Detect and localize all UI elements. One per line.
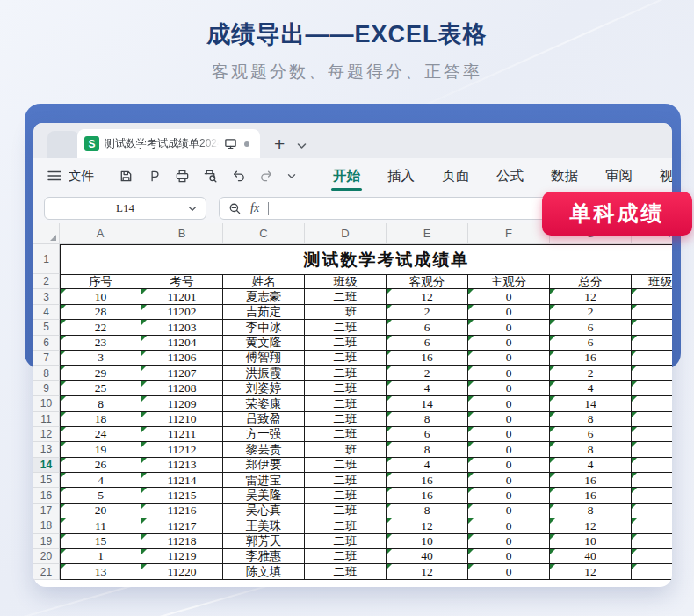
file-menu-button[interactable]: 文件 [69,168,94,185]
zoom-search-icon[interactable] [228,202,242,215]
header-cell[interactable]: 序号 [60,274,141,289]
cell[interactable] [632,549,672,564]
cell[interactable]: 11212 [141,442,223,457]
cell[interactable]: 0 [468,351,550,366]
cell[interactable]: 2 [387,366,468,380]
more-actions-chevron-icon[interactable] [287,173,296,179]
cell[interactable]: 12 [387,289,468,304]
cell[interactable]: 郑伊要 [223,458,305,473]
cell[interactable]: 8 [387,412,468,427]
cell[interactable]: 8 [550,412,632,427]
cell[interactable]: 11211 [141,427,223,442]
row-header-9[interactable]: 9 [33,381,60,396]
cell[interactable]: 10 [550,534,632,549]
sheet-title-cell[interactable]: 测试数学考试成绩单 [60,244,672,274]
cell[interactable]: 11202 [141,305,223,320]
row-header-19[interactable]: 19 [33,534,60,549]
cell[interactable]: 洪振霞 [223,366,305,380]
cell[interactable] [632,366,672,380]
cell[interactable] [632,320,672,335]
tab-list-chevron-icon[interactable] [297,142,307,149]
column-header-F[interactable]: F [468,223,550,243]
cell[interactable]: 28 [60,305,141,320]
cell[interactable] [632,396,672,411]
cell[interactable] [632,336,672,351]
cell[interactable]: 0 [468,564,550,579]
cell[interactable]: 刘姿婷 [223,381,305,396]
cell[interactable]: 0 [468,427,550,442]
row-header-1[interactable]: 1 [33,244,60,274]
cell[interactable]: 二班 [305,305,387,320]
row-header-10[interactable]: 10 [33,396,60,411]
save-icon[interactable] [119,169,134,184]
cell[interactable]: 23 [60,336,141,351]
cell[interactable] [632,305,672,320]
cell[interactable]: 荣姿康 [223,396,305,411]
cell[interactable]: 8 [387,504,468,518]
cell[interactable]: 雷进宝 [223,473,305,488]
cell[interactable]: 0 [468,473,550,488]
cell[interactable]: 二班 [305,504,387,518]
cell[interactable]: 4 [60,473,141,488]
row-header-15[interactable]: 15 [33,473,60,488]
row-header-11[interactable]: 11 [33,412,60,427]
cell[interactable]: 6 [550,320,632,335]
header-cell[interactable]: 班级 [305,274,387,289]
cell[interactable]: 13 [60,564,141,579]
cell[interactable]: 10 [60,289,141,304]
ribbon-tab-页面[interactable]: 页面 [440,159,471,193]
cell[interactable]: 11214 [141,473,223,488]
cell[interactable] [632,427,672,442]
cell[interactable]: 4 [387,458,468,473]
cell[interactable]: 11207 [141,366,223,380]
cell[interactable]: 11213 [141,458,223,473]
redo-icon[interactable] [259,169,274,184]
cell[interactable]: 0 [468,412,550,427]
cell[interactable]: 3 [60,351,141,366]
row-header-4[interactable]: 4 [33,305,60,320]
cell[interactable]: 14 [550,396,632,411]
cell[interactable]: 11216 [141,504,223,518]
cell[interactable]: 二班 [305,442,387,457]
cell[interactable]: 6 [550,336,632,351]
name-box-chevron-icon[interactable] [188,206,197,212]
cell[interactable]: 4 [387,381,468,396]
cell[interactable]: 0 [468,366,550,380]
cell[interactable] [632,458,672,473]
cell[interactable]: 16 [387,473,468,488]
row-header-18[interactable]: 18 [33,518,60,533]
cell[interactable]: 0 [468,549,550,564]
cell[interactable]: 二班 [305,564,387,579]
ribbon-tab-审阅[interactable]: 审阅 [604,159,634,193]
cell[interactable]: 19 [60,442,141,457]
cell[interactable]: 二班 [305,320,387,335]
cell[interactable]: 40 [387,549,468,564]
cell[interactable]: 8 [60,396,141,411]
cell[interactable]: 二班 [305,458,387,473]
cell[interactable]: 0 [468,534,550,549]
cell[interactable]: 11210 [141,412,223,427]
cell[interactable]: 0 [468,336,550,351]
cell[interactable]: 11218 [141,534,223,549]
cell[interactable]: 2 [387,305,468,320]
cell[interactable]: 2 [550,305,632,320]
hamburger-menu-icon[interactable] [47,170,61,182]
cell[interactable]: 4 [550,381,632,396]
cell[interactable]: 8 [387,442,468,457]
cell[interactable]: 8 [550,442,632,457]
cell[interactable]: 二班 [305,518,387,533]
cell[interactable]: 二班 [305,549,387,564]
cell[interactable] [632,381,672,396]
header-cell[interactable]: 总分 [550,274,632,289]
ribbon-tab-插入[interactable]: 插入 [386,159,416,193]
cell[interactable]: 二班 [305,427,387,442]
cell[interactable] [632,504,672,518]
cell[interactable] [632,564,672,579]
header-cell[interactable]: 考号 [141,274,223,289]
cell[interactable]: 11201 [141,289,223,304]
cell[interactable]: 4 [550,458,632,473]
cell[interactable]: 二班 [305,289,387,304]
row-header-3[interactable]: 3 [33,289,60,304]
cell[interactable]: 16 [550,488,632,503]
cell[interactable]: 24 [60,427,141,442]
